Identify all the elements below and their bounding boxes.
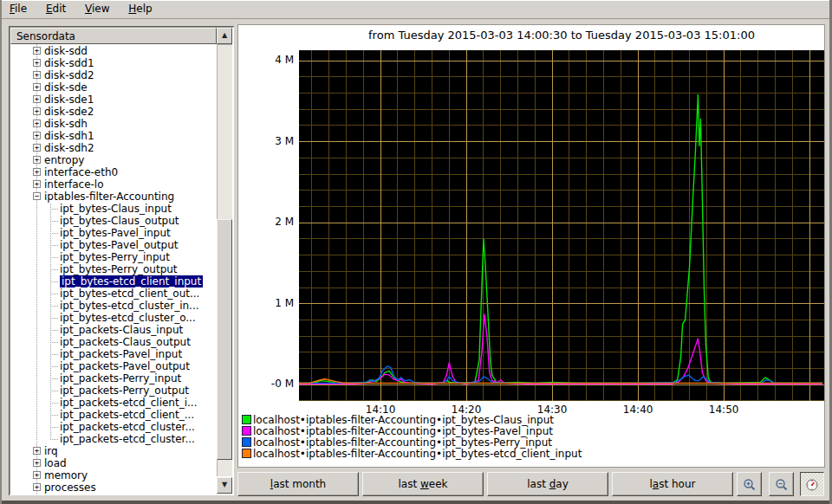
scroll-up-button[interactable]: ▲ [217,28,232,44]
tree-item-label: disk-sde [44,81,88,94]
expand-expander-icon[interactable]: + [33,459,41,467]
tree-item-disk-sdh2[interactable]: +disk-sdh2 [10,141,217,153]
scrollbar-thumb[interactable] [217,219,232,460]
tree-item-ipt-packets-etcd-cluster-[interactable]: ipt_packets-etcd_cluster... [10,432,217,444]
tree-item-disk-sde1[interactable]: +disk-sde1 [10,93,217,105]
tree-item-ipt-bytes-etcd-cluster-o-[interactable]: ipt_bytes-etcd_cluster_o... [10,311,217,323]
tree-branch-line [50,293,58,294]
tree-item-ipt-bytes-perry-input[interactable]: ipt_bytes-Perry_input [10,250,217,262]
tree-item-irq[interactable]: +irq [10,444,217,456]
tree-item-disk-sde2[interactable]: +disk-sde2 [10,105,217,117]
tree-item-ipt-bytes-claus-output[interactable]: ipt_bytes-Claus_output [10,214,217,226]
tree-item-ipt-packets-etcd-client-[interactable]: ipt_packets-etcd_client_... [10,408,217,420]
last-hour-button[interactable]: last hour [612,472,733,496]
tree-item-ipt-bytes-etcd-cluster-in-[interactable]: ipt_bytes-etcd_cluster_in... [10,299,217,311]
tree-item-ipt-packets-etcd-cluster-[interactable]: ipt_packets-etcd_cluster... [10,420,217,432]
legend-swatch-icon [242,426,251,436]
zoom-out-icon [775,478,789,492]
tree-branch-line [50,390,58,391]
last-day-button[interactable]: last day [487,472,608,496]
tree-item-label: disk-sdd [44,45,88,57]
expand-expander-icon[interactable]: + [33,144,41,152]
tree-item-disk-sde[interactable]: +disk-sde [10,81,217,93]
tree-item-load[interactable]: +load [10,456,217,468]
last-week-button[interactable]: last week [362,472,484,496]
y-tick-label: 3 M [240,135,294,147]
expand-expander-icon[interactable]: + [33,447,41,455]
menu-view[interactable]: View [77,0,117,16]
chart-panel: from Tuesday 2015-03-03 14:00:30 to Tues… [237,24,825,468]
tree-item-ipt-packets-claus-input[interactable]: ipt_packets-Claus_input [10,323,217,335]
tree-item-ipt-bytes-claus-input[interactable]: ipt_bytes-Claus_input [10,202,217,214]
menu-edit[interactable]: Edit [38,0,74,16]
tree-item-label: iptables-filter-Accounting [44,191,174,203]
tree-guide-line-children [50,204,51,440]
expand-expander-icon[interactable]: + [33,156,41,164]
expand-expander-icon[interactable]: + [33,120,41,127]
tree-item-ipt-packets-claus-output[interactable]: ipt_packets-Claus_output [10,335,217,347]
legend-swatch-icon [242,449,251,458]
tree-item-ipt-packets-pavel-input[interactable]: ipt_packets-Pavel_input [10,347,217,359]
zoom-in-button[interactable] [737,472,762,496]
tree-item-ipt-bytes-pavel-input[interactable]: ipt_bytes-Pavel_input [10,226,217,238]
expand-expander-icon[interactable]: + [33,59,41,67]
tree-item-ipt-packets-etcd-client-i-[interactable]: ipt_packets-etcd_client_i... [10,396,217,408]
y-tick-label: 4 M [240,54,294,66]
expand-expander-icon[interactable]: + [33,180,41,188]
tree-item-interface-lo[interactable]: +interface-lo [10,178,217,190]
expand-expander-icon[interactable]: + [33,71,41,79]
tree-item-ipt-bytes-perry-output[interactable]: ipt_bytes-Perry_output [10,262,217,275]
tree-item-label: ipt_bytes-Pavel_output [60,239,179,251]
tree-item-ipt-bytes-etcd-client-input[interactable]: ipt_bytes-etcd_client_input [10,275,217,287]
tree-item-ipt-packets-pavel-output[interactable]: ipt_packets-Pavel_output [10,359,217,372]
tree-item-label: ipt_packets-Claus_output [60,336,191,348]
tree-branch-line [50,365,58,367]
expand-expander-icon[interactable]: + [33,132,41,139]
tree-item-iptables-filter-accounting[interactable]: −iptables-filter-Accounting [10,190,217,202]
tree-item-disk-sdd1[interactable]: +disk-sdd1 [10,56,217,68]
expand-expander-icon[interactable]: + [33,107,41,115]
time-range-toggle-button[interactable] [800,472,824,496]
tree-item-disk-sdh1[interactable]: +disk-sdh1 [10,129,217,141]
tree-item-ipt-packets-perry-input[interactable]: ipt_packets-Perry_input [10,372,217,384]
label-part: eek [429,478,448,490]
expand-expander-icon[interactable]: + [33,47,41,55]
tree-item-memory[interactable]: +memory [10,468,217,481]
tree-item-disk-sdh[interactable]: +disk-sdh [10,117,217,129]
menu-help[interactable]: Help [120,0,159,16]
scroll-down-button[interactable]: ▼ [217,477,232,494]
last-month-button[interactable]: last month [237,472,359,496]
zoom-out-button[interactable] [769,472,794,496]
expand-expander-icon[interactable]: + [33,95,41,103]
sensor-tree-panel: Sensordata ▲ ▼ +disk-sdd+disk-sdd1+disk-… [9,26,234,495]
tree-branch-line [50,317,58,319]
chart-legend: localhost•iptables-filter-Accounting•ipt… [242,415,582,460]
tree-branch-line [50,353,58,355]
tree-item-ipt-bytes-pavel-output[interactable]: ipt_bytes-Pavel_output [10,238,217,250]
tree-column-header[interactable]: Sensordata [10,28,217,44]
menu-file[interactable]: File [2,0,35,16]
label-part: ast month [273,478,326,490]
expand-expander-icon[interactable]: + [33,483,41,491]
tree-item-label: ipt_bytes-etcd_cluster_o... [60,312,196,324]
tree-item-interface-eth0[interactable]: +interface-eth0 [10,165,217,178]
tree-item-disk-sdd[interactable]: +disk-sdd [10,44,217,56]
tree-header-label: Sensordata [16,30,75,42]
tree-item-processes[interactable]: +processes [10,481,217,493]
expand-expander-icon[interactable]: + [33,83,41,91]
tree-item-ipt-packets-perry-output[interactable]: ipt_packets-Perry_output [10,384,217,396]
tree-item-label: disk-sdd1 [44,57,94,69]
tree-item-label: disk-sdd2 [44,69,94,81]
plot-area[interactable] [299,50,824,401]
collapse-expander-icon[interactable]: − [33,192,41,200]
tree-branch-line [50,305,58,307]
tree-item-label: disk-sde1 [44,94,94,106]
expand-expander-icon[interactable]: + [33,471,41,479]
tree-item-disk-sdd2[interactable]: +disk-sdd2 [10,68,217,81]
tree-item-ipt-bytes-etcd-client-out-[interactable]: ipt_bytes-etcd_client_out... [10,287,217,299]
tree-branch-line [50,329,58,331]
tree-item-entropy[interactable]: +entropy [10,153,217,165]
x-tick-label: 14:40 [612,404,664,416]
tree-item-label: ipt_bytes-etcd_cluster_in... [60,300,199,312]
expand-expander-icon[interactable]: + [33,168,41,176]
